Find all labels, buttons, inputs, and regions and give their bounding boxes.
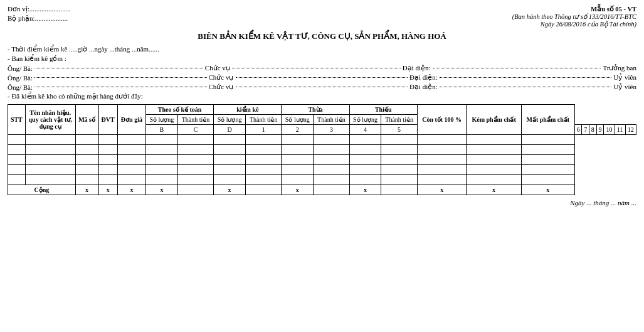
member2-role: Uỷ viên (613, 73, 636, 82)
col-ten-nhan-hieu: Tên nhãn hiệu, quy cách vật tư, dụng cụ (25, 105, 75, 135)
sub-thieu-thanh-tien: Thành tiền (381, 115, 417, 125)
cong-label: Cộng (8, 185, 76, 195)
col-letter-D: D (214, 125, 246, 135)
col-letter-7: 7 (582, 125, 589, 135)
member-row-3: Ông/ Bà: Chức vụ Đại diện: Uỷ viên (8, 83, 636, 91)
member1-role: Trưởng ban (603, 64, 636, 72)
cong-x-8: x (417, 185, 467, 195)
member1-daidien-line (433, 68, 601, 68)
ban-kiem-ke: - Ban kiểm kê gồm : (8, 55, 636, 63)
sub-kiem-ke-thanh-tien: Thành tiền (245, 115, 281, 125)
col-stt: STT (8, 105, 26, 135)
col-thieu: Thiếu (349, 105, 417, 115)
cong-empty-2 (245, 185, 281, 195)
cong-empty-3 (314, 185, 349, 195)
top-right: Mẫu số 05 - VT (Ban hành theo Thông tư s… (512, 5, 636, 28)
date-footer: Ngày ... tháng ... năm ... (8, 199, 636, 206)
col-letter-C: C (177, 125, 213, 135)
cong-x-6: x (282, 185, 314, 195)
ban-hanh: (Ban hành theo Thông tư số 133/2016/TT-B… (512, 13, 636, 20)
table-row (8, 155, 636, 165)
main-table: STT Tên nhãn hiệu, quy cách vật tư, dụng… (8, 104, 636, 195)
member3-name-line (34, 87, 206, 87)
col-letter-2: 2 (282, 125, 314, 135)
sub-thua-so-luong: Số lượng (282, 115, 314, 125)
col-letter-6: 6 (574, 125, 582, 135)
member3-daidien-line (440, 87, 611, 87)
page-title: BIÊN BẢN KIỂM KÊ VẬT TƯ, CÔNG CỤ, SẢN PH… (8, 31, 636, 41)
bo-phan-label: Bộ phận:................... (8, 14, 68, 22)
member2-name-line (34, 77, 206, 78)
member2-daidien-label: Đại diện: (409, 73, 438, 82)
member3-daidien-label: Đại diện: (409, 83, 438, 91)
cong-x-10: x (521, 185, 574, 195)
member3-role: Uỷ viên (613, 83, 636, 91)
member-row-2: Ông/ Bà: Chức vụ Đại diện: Uỷ viên (8, 73, 636, 82)
bo-phan-line: Bộ phận:................... (8, 14, 133, 23)
col-letter-8: 8 (589, 125, 597, 135)
top-left: Đơn vị:........................ Bộ phận:… (8, 5, 133, 28)
col-letter-4: 4 (349, 125, 381, 135)
col-con-tot: Còn tốt 100 % (417, 105, 467, 135)
cong-x-1: x (75, 185, 98, 195)
col-dvt: ĐVT (98, 105, 117, 135)
col-kem-pham-chat: Kém phẩm chất (467, 105, 521, 135)
don-vi-label: Đơn vị:........................ (8, 5, 71, 13)
info-section: - Thời điểm kiểm kê .....giờ ...ngày ...… (8, 45, 636, 100)
member1-label: Ông/ Bà: (8, 65, 33, 72)
col-letter-5: 5 (381, 125, 417, 135)
member2-label: Ông/ Bà: (8, 74, 33, 82)
cong-x-2: x (98, 185, 117, 195)
member3-chucvu-label: Chức vụ (209, 83, 234, 91)
sub-thua-thanh-tien: Thành tiền (314, 115, 349, 125)
col-mat-pham-chat: Mất phẩm chất (521, 105, 574, 135)
cong-row: Cộng x x x x x x x x x x (8, 185, 636, 195)
member2-chucvu-label: Chức vụ (209, 73, 234, 82)
member1-daidien-label: Đại diện: (403, 64, 431, 72)
col-letter-1: 1 (245, 125, 281, 135)
mau-so: Mẫu số 05 - VT (512, 5, 636, 13)
sub-kiem-ke-so-luong: Số lượng (214, 115, 246, 125)
col-don-gia: Đơn giá (117, 105, 145, 135)
member3-chucvu-line (236, 87, 408, 87)
table-row (8, 135, 636, 145)
ngay-ban-hanh: Ngày 26/08/2016 của Bộ Tài chính) (512, 20, 636, 28)
table-header-row1: STT Tên nhãn hiệu, quy cách vật tư, dụng… (8, 105, 636, 115)
col-letter-11: 11 (615, 125, 625, 135)
member1-chucvu-label: Chức vụ (205, 64, 230, 72)
cong-x-3: x (117, 185, 145, 195)
da-kiem-ke: - Đã kiểm kê kho có những mặt hàng dưới … (8, 92, 636, 100)
col-thua: Thừa (282, 105, 349, 115)
member-row-1: Ông/ Bà: Chức vụ Đại diện: Trưởng ban (8, 64, 636, 72)
col-ma-so: Mã số (75, 105, 98, 135)
cong-x-9: x (467, 185, 521, 195)
col-letter-3: 3 (314, 125, 349, 135)
don-vi-line: Đơn vị:........................ (8, 5, 133, 13)
member2-daidien-line (440, 77, 611, 78)
member1-name-line (34, 68, 203, 68)
member1-chucvu-line (232, 68, 401, 68)
top-section: Đơn vị:........................ Bộ phận:… (8, 5, 636, 28)
member3-label: Ông/ Bà: (8, 83, 33, 91)
cong-x-7: x (349, 185, 381, 195)
sub-theo-thanh-tien: Thành tiền (177, 115, 213, 125)
sub-thieu-so-luong: Số lượng (349, 115, 381, 125)
col-letter-10: 10 (604, 125, 615, 135)
table-row (8, 175, 636, 185)
table-row (8, 145, 636, 155)
sub-theo-so-luong: Số lượng (146, 115, 178, 125)
cong-x-5: x (214, 185, 246, 195)
cong-empty-4 (381, 185, 417, 195)
col-letter-9: 9 (596, 125, 604, 135)
member2-chucvu-line (236, 77, 408, 78)
cong-x-4: x (146, 185, 178, 195)
date-line: Ngày ... tháng ... năm ... (570, 199, 636, 206)
time-line: - Thời điểm kiểm kê .....giờ ...ngày ...… (8, 45, 636, 53)
col-theo-so-ke-toan: Theo số kế toán (146, 105, 214, 115)
col-letter-B: B (146, 125, 178, 135)
col-kiem-ke: kiểm kê (214, 105, 282, 115)
cong-empty-1 (177, 185, 213, 195)
table-row (8, 165, 636, 175)
col-letter-12: 12 (625, 125, 636, 135)
